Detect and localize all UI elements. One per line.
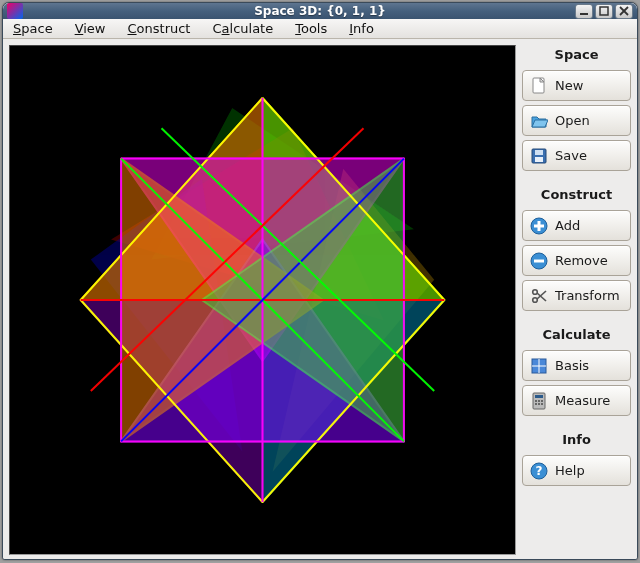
group-header-info: Info (522, 430, 631, 451)
remove-minus-icon (529, 251, 549, 271)
close-button[interactable] (615, 4, 633, 19)
viewport-3d[interactable] (9, 45, 516, 555)
button-label: New (555, 78, 583, 93)
svg-rect-42 (541, 400, 543, 402)
svg-rect-43 (535, 403, 537, 405)
svg-text:?: ? (536, 464, 543, 478)
svg-rect-25 (535, 157, 543, 162)
minimize-button[interactable] (575, 4, 593, 19)
workspace: Space New Open Save Constr (3, 39, 637, 560)
add-plus-icon (529, 216, 549, 236)
basis-button[interactable]: Basis (522, 350, 631, 381)
open-folder-icon (529, 111, 549, 131)
menu-label: ools (301, 21, 327, 36)
maximize-button[interactable] (595, 4, 613, 19)
button-label: Basis (555, 358, 589, 373)
menu-calculate[interactable]: Calculate (208, 19, 277, 38)
button-label: Transform (555, 288, 620, 303)
menu-construct[interactable]: Construct (124, 19, 195, 38)
svg-rect-39 (535, 395, 543, 398)
svg-rect-24 (535, 150, 543, 155)
button-label: Measure (555, 393, 610, 408)
grid-icon (529, 356, 549, 376)
app-icon (7, 3, 23, 19)
titlebar[interactable]: Space 3D: {0, 1, 1} (3, 3, 637, 19)
group-header-calculate: Calculate (522, 325, 631, 346)
new-button[interactable]: New (522, 70, 631, 101)
menu-label: nfo (353, 21, 374, 36)
menu-space[interactable]: Space (9, 19, 57, 38)
add-button[interactable]: Add (522, 210, 631, 241)
scissors-icon (529, 286, 549, 306)
menu-label: C (212, 21, 221, 36)
open-button[interactable]: Open (522, 105, 631, 136)
menu-label: lculate (230, 21, 274, 36)
button-label: Add (555, 218, 580, 233)
menu-info[interactable]: Info (345, 19, 378, 38)
menu-label: pace (21, 21, 52, 36)
button-label: Remove (555, 253, 608, 268)
menubar: Space View Construct Calculate Tools Inf… (3, 19, 637, 39)
window-title: Space 3D: {0, 1, 1} (3, 4, 637, 18)
transform-button[interactable]: Transform (522, 280, 631, 311)
help-question-icon: ? (529, 461, 549, 481)
side-panel: Space New Open Save Constr (522, 39, 637, 560)
group-header-space: Space (522, 45, 631, 66)
group-header-construct: Construct (522, 185, 631, 206)
help-button[interactable]: ? Help (522, 455, 631, 486)
save-button[interactable]: Save (522, 140, 631, 171)
menu-view[interactable]: View (71, 19, 110, 38)
menu-label: iew (83, 21, 105, 36)
new-file-icon (529, 76, 549, 96)
calculator-icon (529, 391, 549, 411)
polyhedron-render (10, 46, 515, 554)
button-label: Help (555, 463, 585, 478)
svg-rect-40 (535, 400, 537, 402)
application-window: Space 3D: {0, 1, 1} Space View Construct… (2, 2, 638, 560)
menu-label: onstruct (137, 21, 191, 36)
menu-tools[interactable]: Tools (291, 19, 331, 38)
button-label: Open (555, 113, 590, 128)
svg-rect-41 (538, 400, 540, 402)
measure-button[interactable]: Measure (522, 385, 631, 416)
svg-rect-45 (541, 403, 543, 405)
save-disk-icon (529, 146, 549, 166)
button-label: Save (555, 148, 587, 163)
remove-button[interactable]: Remove (522, 245, 631, 276)
svg-rect-1 (600, 7, 608, 15)
svg-rect-44 (538, 403, 540, 405)
